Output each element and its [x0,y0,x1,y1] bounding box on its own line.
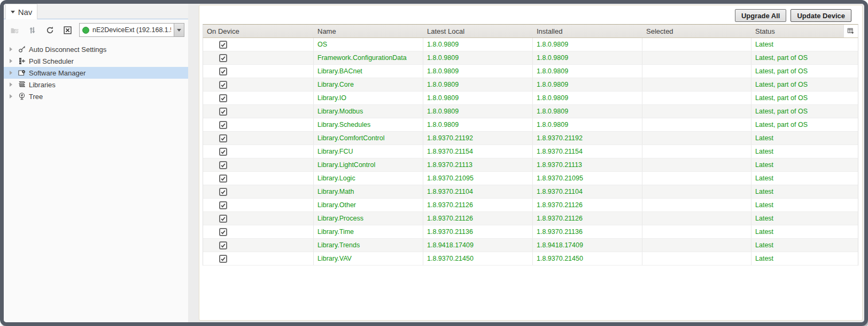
selected-cell [642,239,751,252]
latest-local-cell: 1.8.0.9809 [423,65,533,78]
software-manager-panel: Upgrade All Update Device On Device Name… [199,5,863,321]
latest-local-cell: 1.8.9370.21126 [423,199,533,211]
on-device-cell [203,145,314,158]
name-cell: Library.BACnet [314,65,423,78]
tree-item-label: Libraries [29,81,56,89]
on-device-checkbox[interactable] [219,241,227,249]
on-device-checkbox[interactable] [219,81,227,89]
on-device-checkbox[interactable] [219,255,227,263]
table-row[interactable]: OS1.8.0.98091.8.0.9809Latest [203,38,858,51]
table-row[interactable]: Library.Other1.8.9370.211261.8.9370.2112… [203,199,858,212]
tree-item-software-manager[interactable]: Software Manager [4,67,188,79]
libraries-icon [17,80,26,89]
latest-local-cell: 1.8.0.9809 [423,38,533,51]
column-header-status[interactable]: Status [751,27,858,35]
expander-icon[interactable] [10,47,12,51]
tree-item-label: Software Manager [29,69,86,77]
table-row[interactable]: Library.Math1.8.9370.211041.8.9370.21104… [203,185,858,199]
on-device-checkbox[interactable] [219,41,227,49]
refresh-icon[interactable] [43,24,57,36]
device-selector[interactable]: nE2DeviceExt (192.168.1.52:88) [79,23,174,37]
tab-nav[interactable]: Nav [5,4,37,19]
selected-cell [642,78,751,91]
on-device-checkbox[interactable] [219,67,227,75]
tree-item-libraries[interactable]: Libraries [4,79,188,90]
on-device-cell [203,51,314,64]
table-row[interactable]: Library.Process1.8.9370.211261.8.9370.21… [203,212,858,225]
on-device-checkbox[interactable] [219,161,227,169]
table-header: On Device Name Latest Local Installed Se… [203,24,858,38]
table-row[interactable]: Library.FCU1.8.9370.211541.8.9370.21154L… [203,145,858,158]
installed-cell: 1.8.9370.21126 [533,212,642,225]
selected-cell [642,105,751,118]
table-row[interactable]: Library.IO1.8.0.98091.8.0.9809Latest, pa… [203,92,858,105]
table-row[interactable]: Library.VAV1.8.9370.214501.8.9370.21450L… [203,252,858,266]
on-device-checkbox[interactable] [219,54,227,62]
on-device-checkbox[interactable] [219,215,227,223]
software-table: On Device Name Latest Local Installed Se… [203,24,858,266]
on-device-cell [203,38,314,51]
table-row[interactable]: Library.Modbus1.8.0.98091.8.0.9809Latest… [203,105,858,118]
poll-scheduler-icon [17,57,26,65]
tree-item-tree[interactable]: Tree [4,90,188,102]
caret-down-icon [177,29,181,32]
on-device-checkbox[interactable] [219,148,227,156]
tree-item-label: Poll Scheduler [29,57,74,65]
column-header-selected[interactable]: Selected [642,27,751,35]
installed-cell: 1.8.9370.21095 [533,172,642,185]
table-row[interactable]: Library.Schedules1.8.0.98091.8.0.9809Lat… [203,118,858,132]
table-row[interactable]: Library.Trends1.8.9418.174091.8.9418.174… [203,239,858,252]
installed-cell: 1.8.0.9809 [533,78,642,91]
on-device-checkbox[interactable] [219,134,227,142]
table-row[interactable]: Library.Core1.8.0.98091.8.0.9809Latest, … [203,78,858,92]
table-row[interactable]: Library.ComfortControl1.8.9370.211921.8.… [203,132,858,145]
table-row[interactable]: Library.BACnet1.8.0.98091.8.0.9809Latest… [203,65,858,78]
expander-icon[interactable] [10,94,12,98]
column-header-on-device[interactable]: On Device [203,27,314,35]
column-header-name[interactable]: Name [314,27,423,35]
on-device-cell [203,65,314,78]
name-cell: Library.LightControl [314,158,423,171]
latest-local-cell: 1.8.9370.21126 [423,212,533,225]
expander-icon[interactable] [10,59,12,63]
table-options-icon[interactable] [843,25,858,37]
installed-cell: 1.8.9418.17409 [533,239,642,252]
table-body: OS1.8.0.98091.8.0.9809LatestFramework.Co… [203,38,858,266]
table-row[interactable]: Library.LightControl1.8.9370.211131.8.93… [203,158,858,172]
on-device-checkbox[interactable] [219,94,227,102]
nav-toolbar: nE2DeviceExt (192.168.1.52:88) [7,22,188,37]
update-device-button[interactable]: Update Device [790,9,851,22]
status-cell: Latest, part of OS [751,92,858,104]
column-header-installed[interactable]: Installed [533,27,642,35]
status-cell: Latest, part of OS [751,78,858,91]
installed-cell: 1.8.9370.21104 [533,185,642,198]
status-cell: Latest [751,199,858,211]
on-device-checkbox[interactable] [219,175,227,183]
upgrade-all-button[interactable]: Upgrade All [735,9,786,22]
expander-icon[interactable] [10,82,12,87]
on-device-checkbox[interactable] [219,188,227,196]
expander-icon[interactable] [10,71,12,75]
on-device-checkbox[interactable] [219,121,227,129]
table-row[interactable]: Framework.ConfigurationData1.8.0.98091.8… [203,51,858,65]
on-device-checkbox[interactable] [219,228,227,236]
status-cell: Latest [751,145,858,158]
selected-cell [642,51,751,64]
name-cell: Library.ComfortControl [314,132,423,145]
table-row[interactable]: Library.Logic1.8.9370.210951.8.9370.2109… [203,172,858,185]
close-box-icon[interactable] [60,24,74,36]
installed-cell: 1.8.0.9809 [533,51,642,64]
installed-cell: 1.8.0.9809 [533,92,642,104]
tree-item-poll-scheduler[interactable]: Poll Scheduler [4,55,188,67]
column-header-latest-local[interactable]: Latest Local [423,27,533,35]
on-device-checkbox[interactable] [219,201,227,209]
on-device-cell [203,132,314,145]
tree-item-auto-disconnect-settings[interactable]: Auto Disconnect Settings [4,43,188,55]
on-device-checkbox[interactable] [219,108,227,116]
table-row[interactable]: Library.Time1.8.9370.211361.8.9370.21136… [203,225,858,239]
on-device-cell [203,172,314,185]
device-selector-dropdown-button[interactable] [174,23,184,37]
name-cell: Library.Trends [314,239,423,252]
caret-down-icon [11,11,15,13]
tree-item-label: Tree [29,93,43,101]
